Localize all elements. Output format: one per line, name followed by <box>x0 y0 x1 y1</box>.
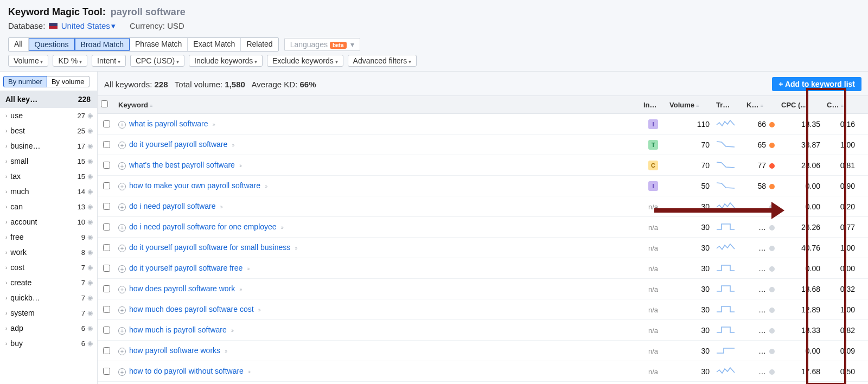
open-icon[interactable]: ›› <box>239 162 241 169</box>
open-icon[interactable]: ›› <box>248 368 250 375</box>
eye-icon[interactable]: ◉ <box>87 294 93 302</box>
keyword-link[interactable]: what is payroll software <box>129 119 208 128</box>
sidebar-group-adp[interactable]: ›adp6◉ <box>0 321 97 336</box>
open-icon[interactable]: ›› <box>225 348 226 354</box>
sort-by-number[interactable]: By number <box>3 76 47 87</box>
expand-icon[interactable]: + <box>118 121 126 129</box>
expand-icon[interactable]: + <box>118 203 126 211</box>
col-kd[interactable]: K…≡ <box>743 96 778 114</box>
keyword-link[interactable]: do it yourself payroll software <box>129 140 227 149</box>
keyword-link[interactable]: how payroll software works <box>129 346 220 355</box>
sort-by-volume[interactable]: By volume <box>47 76 90 87</box>
row-checkbox[interactable] <box>103 182 110 189</box>
filter-intent[interactable]: Intent <box>92 55 126 67</box>
filter-include-keywords[interactable]: Include keywords <box>189 55 263 67</box>
eye-icon[interactable]: ◉ <box>87 203 93 210</box>
sidebar-group-create[interactable]: ›create7◉ <box>0 275 97 290</box>
expand-icon[interactable]: + <box>118 245 126 252</box>
sidebar-group-busine[interactable]: ›busine…17◉ <box>0 138 97 153</box>
expand-icon[interactable]: + <box>118 142 126 149</box>
sidebar-group-best[interactable]: ›best25◉ <box>0 123 97 138</box>
col-trend[interactable]: Tr… <box>713 96 743 114</box>
match-tab-all[interactable]: All <box>9 38 29 51</box>
sidebar-all-keywords[interactable]: All key… 228 <box>0 91 97 108</box>
col-volume[interactable]: Volume≡ <box>666 96 713 114</box>
open-icon[interactable]: ›› <box>213 121 214 127</box>
row-checkbox[interactable] <box>103 265 110 272</box>
filter-advanced-filters[interactable]: Advanced filters <box>348 55 417 67</box>
sidebar-group-buy[interactable]: ›buy6◉ <box>0 336 97 351</box>
match-tab-questions[interactable]: Questions <box>29 38 75 51</box>
expand-icon[interactable]: + <box>118 224 126 232</box>
eye-icon[interactable]: ◉ <box>87 340 93 347</box>
row-checkbox[interactable] <box>103 347 110 354</box>
open-icon[interactable]: ›› <box>231 327 233 334</box>
eye-icon[interactable]: ◉ <box>87 188 93 195</box>
sidebar-group-much[interactable]: ›much14◉ <box>0 184 97 199</box>
open-icon[interactable]: ›› <box>258 306 260 313</box>
keyword-link[interactable]: how much is payroll software <box>129 325 227 334</box>
keyword-link[interactable]: what's the best payroll software <box>129 161 235 169</box>
open-icon[interactable]: ›› <box>220 203 222 210</box>
keyword-link[interactable]: how to make your own payroll software <box>129 181 260 190</box>
select-all-checkbox[interactable] <box>101 100 108 107</box>
eye-icon[interactable]: ◉ <box>87 264 93 271</box>
eye-icon[interactable]: ◉ <box>87 142 93 150</box>
row-checkbox[interactable] <box>103 306 110 313</box>
keyword-link[interactable]: how much does payroll software cost <box>129 305 254 313</box>
sidebar-group-tax[interactable]: ›tax15◉ <box>0 169 97 184</box>
sidebar-group-account[interactable]: ›account10◉ <box>0 214 97 229</box>
sidebar-group-cost[interactable]: ›cost7◉ <box>0 260 97 275</box>
row-checkbox[interactable] <box>103 203 110 210</box>
expand-icon[interactable]: + <box>118 327 126 335</box>
filter-cpc-usd-[interactable]: CPC (USD) <box>130 55 184 67</box>
eye-icon[interactable]: ◉ <box>87 172 93 180</box>
eye-icon[interactable]: ◉ <box>87 324 93 332</box>
keyword-link[interactable]: do it yourself payroll software free <box>129 264 242 272</box>
col-cpc[interactable]: CPC (… <box>778 96 824 114</box>
expand-icon[interactable]: + <box>118 368 126 376</box>
row-checkbox[interactable] <box>103 223 110 231</box>
languages-button[interactable]: Languagesbeta ▾ <box>284 38 361 51</box>
col-keyword[interactable]: Keyword≡ <box>115 96 640 114</box>
row-checkbox[interactable] <box>103 162 110 169</box>
col-settings[interactable] <box>858 96 868 114</box>
expand-icon[interactable]: + <box>118 162 126 170</box>
open-icon[interactable]: ›› <box>281 224 283 231</box>
row-checkbox[interactable] <box>103 244 110 251</box>
open-icon[interactable]: ›› <box>239 286 241 292</box>
add-to-keyword-list-button[interactable]: Add to keyword list <box>772 77 861 91</box>
col-checkbox[interactable] <box>98 96 115 114</box>
keyword-link[interactable]: do i need payroll software for one emplo… <box>129 222 277 231</box>
eye-icon[interactable]: ◉ <box>87 157 93 165</box>
filter-volume[interactable]: Volume <box>8 55 48 67</box>
row-checkbox[interactable] <box>103 327 110 334</box>
match-tab-exact-match[interactable]: Exact Match <box>188 38 241 51</box>
row-checkbox[interactable] <box>103 368 110 375</box>
sidebar-group-small[interactable]: ›small15◉ <box>0 153 97 169</box>
eye-icon[interactable]: ◉ <box>87 112 93 119</box>
sidebar-group-quickb[interactable]: ›quickb…7◉ <box>0 290 97 305</box>
expand-icon[interactable]: + <box>118 306 126 314</box>
eye-icon[interactable]: ◉ <box>87 233 93 241</box>
expand-icon[interactable]: + <box>118 265 126 273</box>
filter-kd-[interactable]: KD % <box>53 55 87 67</box>
database-dropdown[interactable]: United States▾ <box>61 21 116 30</box>
eye-icon[interactable]: ◉ <box>87 248 93 256</box>
sidebar-group-can[interactable]: ›can13◉ <box>0 199 97 214</box>
expand-icon[interactable]: + <box>118 286 126 293</box>
match-tab-phrase-match[interactable]: Phrase Match <box>130 38 188 51</box>
expand-icon[interactable]: + <box>118 183 126 190</box>
match-tab-broad-match[interactable]: Broad Match <box>75 38 130 51</box>
col-cd[interactable]: C…≡ <box>824 96 858 114</box>
eye-icon[interactable]: ◉ <box>87 127 93 135</box>
keyword-link[interactable]: do it yourself payroll software for smal… <box>129 243 290 252</box>
col-intent[interactable]: In… <box>640 96 666 114</box>
sidebar-group-free[interactable]: ›free9◉ <box>0 229 97 245</box>
open-icon[interactable]: ›› <box>247 265 248 272</box>
sidebar-group-system[interactable]: ›system7◉ <box>0 305 97 321</box>
keyword-link[interactable]: how to do payroll without software <box>129 367 244 375</box>
eye-icon[interactable]: ◉ <box>87 309 93 317</box>
row-checkbox[interactable] <box>103 120 110 127</box>
eye-icon[interactable]: ◉ <box>87 218 93 226</box>
